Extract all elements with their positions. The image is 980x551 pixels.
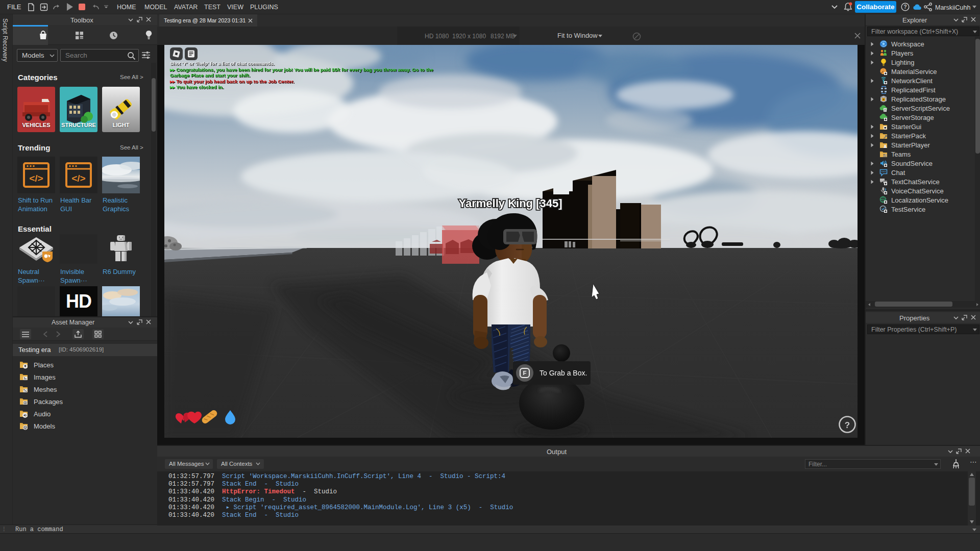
svg-text:</>: </> <box>29 173 43 184</box>
svg-text:</>: </> <box>71 173 85 184</box>
svg-text:?: ? <box>845 420 850 430</box>
svg-text:Yarmelly King [345]: Yarmelly King [345] <box>459 197 562 210</box>
svg-text:?: ? <box>903 4 906 10</box>
